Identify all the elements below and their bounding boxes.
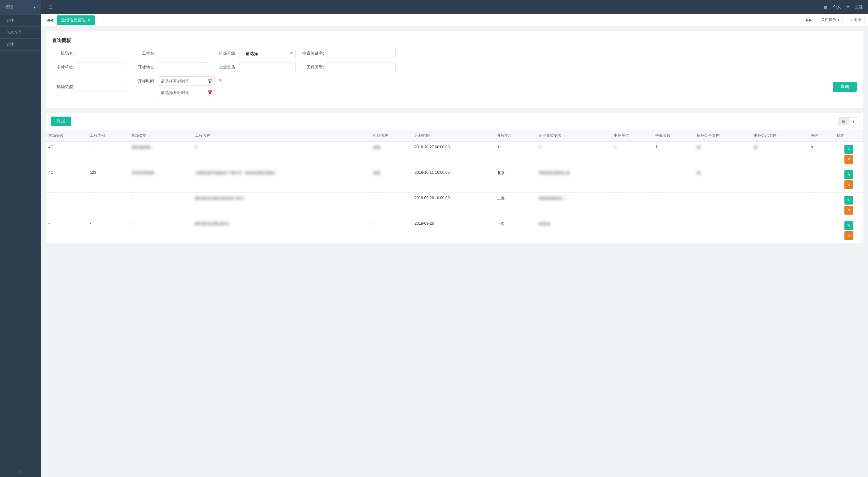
topbar: ☰ ▦ 个人 ≡ 主题	[41, 0, 868, 14]
col-bid-open-time: 开标时间	[412, 130, 495, 142]
table-cell: -	[88, 193, 129, 218]
date-to-input[interactable]	[158, 88, 215, 97]
table-cell: 123	[88, 167, 129, 193]
table-cell: 机某场-	[536, 218, 611, 243]
table-cell: 2018-10-27 00:00:00	[412, 142, 495, 167]
project-name-input[interactable]	[158, 49, 208, 58]
table-cell: -	[653, 193, 694, 218]
airport-level-select[interactable]: -- 请选择 -- 4C4D4E	[239, 49, 296, 58]
query-button[interactable]: 查询	[833, 82, 857, 92]
delete-button[interactable]: ✕	[844, 231, 853, 240]
sidebar-item-manage[interactable]: 管理 ▾	[0, 0, 41, 15]
enterprise-qual-input[interactable]	[239, 63, 296, 72]
edit-button[interactable]: ✎	[844, 145, 853, 154]
sidebar-item-label: 管理	[5, 4, 13, 10]
tabbar-right: ▶▶ 关闭操作 ▾ ↪ 退出	[803, 16, 865, 24]
logout-button[interactable]: ↪ 退出	[846, 16, 865, 24]
delete-button[interactable]: ✕	[844, 155, 853, 164]
table-cell: -	[809, 193, 834, 218]
grid-icon: ▦	[823, 5, 827, 9]
table-header-row: 机场等级 工程类别 机场类型 工程名称 机场名称 开标时间 开标地址 企业资质要…	[46, 130, 863, 142]
tab-label: 业绩信息管理	[61, 17, 86, 23]
col-remark: 备注	[809, 130, 834, 142]
tab-close-icon[interactable]: ✕	[88, 18, 90, 22]
table-cell: 1	[192, 142, 371, 167]
col-bid-open-address: 开标地址	[495, 130, 536, 142]
table-cell	[694, 193, 751, 218]
table-cell: -	[611, 193, 653, 218]
table-cell: 2018-10-11 10:00:00	[412, 167, 495, 193]
query-panel: 查询面板 机场名: 工程名: 机场等级: -- 请选择 -- 4C4D4E 搜索…	[46, 31, 863, 108]
table-cell: s	[809, 142, 834, 167]
col-winning-unit: 中标单位	[611, 130, 653, 142]
delete-button[interactable]: ✕	[844, 206, 853, 215]
close-action-button[interactable]: 关闭操作 ▾	[818, 16, 843, 24]
action-buttons: ✎ ✕	[837, 170, 861, 189]
tab-nav-prev[interactable]: ◀◀	[44, 16, 55, 24]
airport-name-input[interactable]	[77, 49, 127, 58]
table-toolbar: 添加 ⊞ ▾	[46, 113, 863, 130]
col-project-name: 工程名称	[192, 130, 371, 142]
list-icon: ≡	[847, 5, 849, 9]
theme-label[interactable]: 主题	[855, 4, 863, 10]
list-view-button[interactable]: ▾	[849, 117, 858, 125]
table-cell: 河某管理有限...	[129, 167, 192, 193]
table-cell: 机'	[694, 142, 751, 167]
bid-open-time-field: 开标时间: 📅 📅 至	[133, 76, 223, 97]
table-cell: 某机	[371, 167, 412, 193]
table-cell: 4C	[46, 167, 88, 193]
sidebar-sub-item-info[interactable]: 信息管理	[0, 27, 41, 39]
tabbar: ◀◀ 业绩信息管理 ✕ ▶▶ 关闭操作 ▾ ↪ 退出	[41, 14, 868, 26]
dropdown-icon: ▾	[837, 18, 839, 22]
table-cell: 某机	[371, 142, 412, 167]
view-toggle: ⊞ ▾	[838, 117, 858, 125]
table-row: 4C1某机场有限...1某机2018-10-27 00:00:001111机'机…	[46, 142, 863, 167]
sidebar-sub-item-manage1[interactable]: 管理	[0, 15, 41, 27]
table-cell	[694, 218, 751, 243]
sidebar-sub-item-manage2[interactable]: 管理	[0, 39, 41, 50]
table-body: 4C1某机场有限...1某机2018-10-27 00:00:001111机'机…	[46, 142, 863, 243]
table-cell: -	[129, 218, 192, 243]
airport-level-label: 机场等级:	[215, 50, 237, 56]
panel-title: 查询面板	[52, 38, 857, 44]
table-cell: 北京	[495, 167, 536, 193]
action-buttons: ✎ ✕	[837, 221, 861, 240]
personal-label[interactable]: 个人	[833, 4, 841, 10]
col-airport-level: 机场等级	[46, 130, 88, 142]
sidebar-collapse-button[interactable]: ‹	[0, 466, 41, 477]
search-keyword-field: 搜索关键字:	[302, 49, 396, 58]
col-action: 操作	[834, 130, 863, 142]
grid-view-button[interactable]: ⊞	[839, 117, 849, 125]
table-row: 4C123河某管理有限...乌某机场开某旗县1个展示厅（陈改造项目某施工某机20…	[46, 167, 863, 193]
table-area: 添加 ⊞ ▾ 机场等级 工程类别 机场类型 工程名称 机场名称 开标时间	[46, 113, 863, 243]
delete-button[interactable]: ✕	[844, 180, 853, 189]
form-row-1: 机场名: 工程名: 机场等级: -- 请选择 -- 4C4D4E 搜索关键字:	[52, 49, 857, 58]
col-enterprise-qual: 企业资质要求	[536, 130, 611, 142]
search-keyword-input[interactable]	[327, 49, 396, 58]
topbar-right: ▦ 个人 ≡ 主题	[823, 4, 863, 10]
edit-button[interactable]: ✎	[844, 196, 853, 205]
airport-type-input[interactable]	[77, 82, 127, 92]
table-cell: 上海	[495, 218, 536, 243]
table-cell	[751, 167, 808, 193]
table-cell	[653, 167, 694, 193]
bid-open-address-input[interactable]	[158, 63, 208, 72]
main-content: ☰ ▦ 个人 ≡ 主题 ◀◀ 业绩信息管理 ✕ ▶▶ 关闭操作 ▾ ↪	[41, 0, 868, 477]
tab-performance-management[interactable]: 业绩信息管理 ✕	[57, 15, 95, 25]
winning-unit-input[interactable]	[77, 63, 127, 72]
table-cell: 民航某场弱包二-	[536, 193, 611, 218]
hamburger-icon[interactable]: ☰	[46, 3, 55, 11]
edit-button[interactable]: ✎	[844, 221, 853, 230]
add-button[interactable]: 添加	[51, 116, 71, 126]
tab-nav-next[interactable]: ▶▶	[803, 16, 814, 24]
date-from-input[interactable]	[158, 76, 215, 86]
project-type-input[interactable]	[327, 63, 396, 72]
edit-button[interactable]: ✎	[844, 170, 853, 179]
airport-name-label: 机场名:	[52, 50, 74, 56]
calendar-to-icon[interactable]: 📅	[207, 90, 213, 95]
table-cell: -	[371, 218, 412, 243]
table-cell: 1	[495, 142, 536, 167]
calendar-from-icon[interactable]: 📅	[207, 78, 213, 83]
table-cell	[611, 167, 653, 193]
table-cell: 2018-09-26	[412, 218, 495, 243]
